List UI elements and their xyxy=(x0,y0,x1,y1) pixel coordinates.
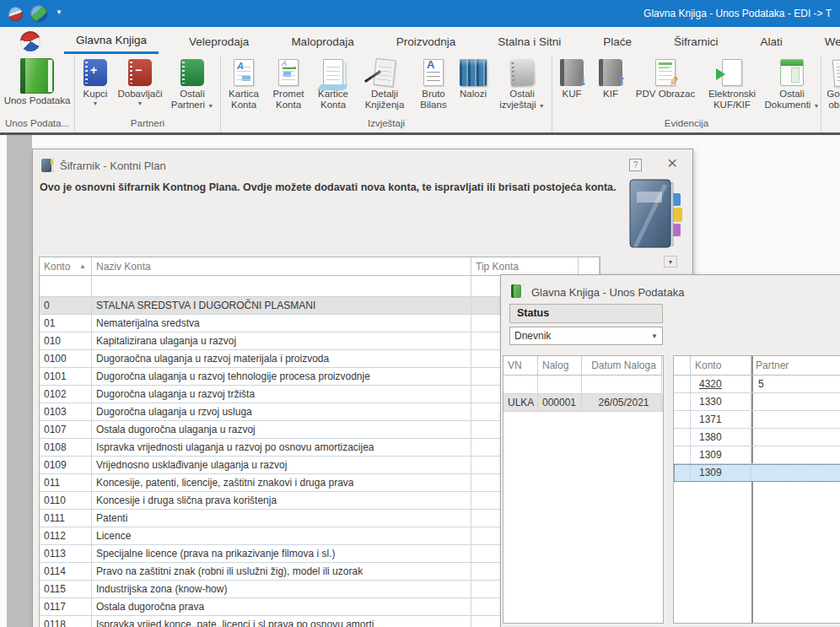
ribbon-item-pdv-obrazac[interactable]: PDV Obrazac xyxy=(630,55,701,100)
tab-ifrarnici[interactable]: Šifrarnici xyxy=(662,30,730,53)
table-cell: 5 xyxy=(751,376,840,393)
dialog-title: Šifrarnik - Kontni Plan xyxy=(60,159,166,172)
ribbon-item-ostali-partneri[interactable]: Ostali Partneri ▼ xyxy=(164,55,220,111)
ribbon-item-kif[interactable]: KIF xyxy=(591,55,630,100)
table-cell xyxy=(751,464,840,482)
tab-veleprodaja[interactable]: Veleprodaja xyxy=(177,30,261,53)
column-header-blank[interactable] xyxy=(579,257,600,276)
tab-glavna-knjiga[interactable]: Glavna Knjiga xyxy=(64,28,159,54)
konto-link[interactable]: 4320 xyxy=(699,378,722,390)
sphere-icon[interactable] xyxy=(8,7,23,21)
table-cell: 0111 xyxy=(40,510,92,527)
table-cell: 0102 xyxy=(40,386,92,403)
chevron-down-icon: ▼ xyxy=(539,103,545,109)
column-header-vn[interactable]: VN xyxy=(503,356,538,376)
table-cell: 1371 xyxy=(691,411,751,429)
table-cell: 0115 xyxy=(40,581,92,598)
table-cell: 1309 xyxy=(691,464,751,482)
ribbon-item-kartica-konta[interactable]: Kartica Konta xyxy=(221,55,267,111)
table-cell xyxy=(674,411,691,429)
ribbon-item-unos-podataka[interactable]: Unos Podataka xyxy=(0,55,74,106)
table-cell: Dugoročna ulaganja u razvoj tržišta xyxy=(92,386,471,403)
ribbon-item-elektronski-kuf-kif[interactable]: Elektronski KUF/KIF xyxy=(701,55,763,111)
table-cell: 0101 xyxy=(40,368,92,386)
books-stack-icon xyxy=(460,59,487,86)
table-row[interactable]: ULKA00000126/05/2021 xyxy=(503,394,663,412)
table-cell xyxy=(674,429,691,446)
ribbon-item-label: Ostali Dokumenti ▼ xyxy=(763,89,821,111)
column-header-konto[interactable]: Konto xyxy=(691,356,751,376)
close-icon[interactable]: × xyxy=(667,155,677,170)
ribbon-item-label: Ostali Partneri ▼ xyxy=(164,89,220,111)
column-header-naziv-konta[interactable]: Naziv Konta xyxy=(92,257,471,276)
table-cell: Patenti xyxy=(92,510,471,527)
ribbon-item-detalji-knji-enja[interactable]: Detalji Knjiženja xyxy=(356,55,413,111)
ribbon-group-partneri: Kupci▼Dobavljači▼Ostali Partneri ▼Partne… xyxy=(75,55,221,132)
filter-cell[interactable] xyxy=(582,376,662,394)
app-logo-icon[interactable] xyxy=(20,31,40,51)
ribbon-item-ostali-dokumenti[interactable]: Ostali Dokumenti ▼ xyxy=(763,55,821,111)
table-cell: Ostala dugoročna ulaganja u razvoj xyxy=(92,421,471,439)
ribbon-item-label: Dobavljači xyxy=(117,89,162,100)
book-icon xyxy=(41,159,54,172)
column-header-nalog[interactable]: Nalog xyxy=(538,356,582,376)
ribbon-group-izvje-taji: Kartica KontaPromet KontaKartice KontaDe… xyxy=(221,55,552,132)
table-cell: 1380 xyxy=(691,429,751,446)
document-green-arrow-icon xyxy=(722,59,742,86)
table-row[interactable]: 1380 xyxy=(674,429,840,446)
help-button[interactable]: ? xyxy=(629,159,642,171)
ribbon-item-label: KUF xyxy=(563,89,582,100)
filter-cell[interactable] xyxy=(40,276,92,297)
ribbon-item-label: Ostali izvještaji ▼ xyxy=(493,89,552,111)
ribbon-item-godi-nji-obrasci[interactable]: Godišnji obrasci xyxy=(821,55,840,111)
table-cell: 011 xyxy=(40,474,92,492)
document-pen-icon xyxy=(373,58,396,87)
globe-user-icon[interactable] xyxy=(30,5,47,22)
table-row[interactable]: 43205 xyxy=(674,376,840,393)
image-dropdown-icon[interactable]: ▼ xyxy=(664,256,677,268)
tab-maloprodaja[interactable]: Maloprodaja xyxy=(279,30,365,53)
column-header-blank[interactable] xyxy=(674,356,691,376)
document-pencil-icon xyxy=(655,59,676,86)
ribbon-item-bruto-bilans[interactable]: Bruto Bilans xyxy=(413,55,454,111)
table-row[interactable]: 1371 xyxy=(674,411,840,429)
filter-cell[interactable] xyxy=(503,376,538,394)
green-window-icon xyxy=(780,59,804,86)
table-cell: 0117 xyxy=(40,598,92,616)
table-cell: Vrijednosno usklađivanje ulaganja u razv… xyxy=(92,457,471,474)
table-cell: 01 xyxy=(40,315,92,332)
table-cell: Ispravka vrijednosti ulaganja u razvoj p… xyxy=(92,439,471,457)
column-header-partner[interactable]: Partner xyxy=(751,356,840,376)
ribbon-item-nalozi[interactable]: Nalozi xyxy=(454,55,493,100)
table-row[interactable]: 1309 xyxy=(674,464,840,482)
filter-cell[interactable] xyxy=(538,376,582,394)
dialog-description: Ovo je osnovni šifrarnik Kontnog Plana. … xyxy=(40,181,617,193)
column-header-tip-konta[interactable]: Tip Konta xyxy=(471,257,579,276)
table-row[interactable]: 1330 xyxy=(674,393,840,411)
ribbon-item-kartice-konta[interactable]: Kartice Konta xyxy=(310,55,356,111)
tab-alati[interactable]: Alati xyxy=(749,30,794,53)
table-cell xyxy=(674,446,691,464)
filter-cell[interactable] xyxy=(92,276,471,297)
ribbon-item-promet-konta[interactable]: Promet Konta xyxy=(267,55,310,111)
ribbon-item-dobavlja-i[interactable]: Dobavljači▼ xyxy=(116,55,164,107)
tab-pla-e[interactable]: Plaće xyxy=(591,30,643,53)
filter-row[interactable] xyxy=(503,376,663,394)
chevron-down-icon: ▼ xyxy=(93,100,99,107)
ribbon-item-kuf[interactable]: KUF xyxy=(552,55,591,100)
column-header-konto[interactable]: Konto▲ xyxy=(40,257,92,276)
table-row[interactable]: 1309 xyxy=(674,446,840,464)
ribbon-item-label: Nalozi xyxy=(460,89,487,100)
ribbon-item-ostali-izvje-taji[interactable]: Ostali izvještaji ▼ xyxy=(493,55,552,111)
window-title: Glavna Knjiga - Unos Podataka - EDI -> T xyxy=(643,8,832,19)
dropdown-caret-icon[interactable]: ▼ xyxy=(56,8,62,16)
ribbon-item-kupci[interactable]: Kupci▼ xyxy=(75,55,116,107)
ribbon-item-label: Detalji Knjiženja xyxy=(356,89,413,111)
ribbon-item-label: Kupci xyxy=(83,89,108,100)
table-cell xyxy=(751,393,840,411)
tab-web[interactable]: Web xyxy=(813,30,840,53)
tab-stalna-i-sitni[interactable]: Stalna i Sitni xyxy=(486,30,573,53)
column-header-datum-naloga[interactable]: Datum Naloga xyxy=(582,356,662,376)
status-combobox[interactable]: Dnevnik ▼ xyxy=(509,327,663,345)
tab-proizvodnja[interactable]: Proizvodnja xyxy=(385,30,468,53)
